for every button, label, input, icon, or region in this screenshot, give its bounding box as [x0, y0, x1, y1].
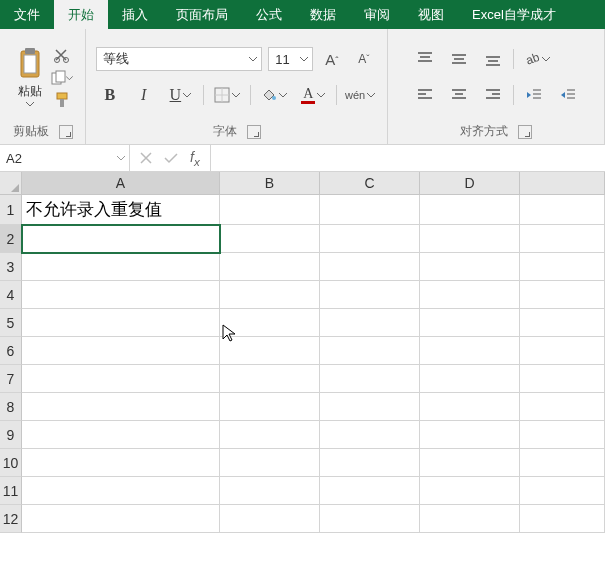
col-header-A[interactable]: A — [22, 172, 220, 195]
row-header-10[interactable]: 10 — [0, 449, 22, 477]
increase-font-button[interactable]: Aˆ — [319, 46, 345, 72]
cell-C3[interactable] — [320, 253, 420, 281]
tab-insert[interactable]: 插入 — [108, 0, 162, 29]
cell-C1[interactable] — [320, 195, 420, 225]
cell-10[interactable] — [520, 449, 605, 477]
cell-A6[interactable] — [22, 337, 220, 365]
align-bottom-button[interactable] — [479, 46, 507, 72]
enter-formula-button[interactable] — [164, 152, 178, 164]
align-left-button[interactable] — [411, 82, 439, 108]
cell-4[interactable] — [520, 281, 605, 309]
cell-D8[interactable] — [420, 393, 520, 421]
cell-C7[interactable] — [320, 365, 420, 393]
cell-D11[interactable] — [420, 477, 520, 505]
cell-C8[interactable] — [320, 393, 420, 421]
cell-A3[interactable] — [22, 253, 220, 281]
cell-D2[interactable] — [420, 225, 520, 253]
col-header-B[interactable]: B — [220, 172, 320, 195]
row-header-4[interactable]: 4 — [0, 281, 22, 309]
cell-C12[interactable] — [320, 505, 420, 533]
italic-button[interactable]: I — [130, 82, 158, 108]
cell-C2[interactable] — [320, 225, 420, 253]
cell-A12[interactable] — [22, 505, 220, 533]
cell-B2[interactable] — [220, 225, 320, 253]
phonetic-button[interactable]: wén — [343, 82, 377, 108]
font-color-button[interactable]: A — [297, 82, 331, 108]
cell-A10[interactable] — [22, 449, 220, 477]
cell-2[interactable] — [520, 225, 605, 253]
cell-A4[interactable] — [22, 281, 220, 309]
cell-C10[interactable] — [320, 449, 420, 477]
cell-A5[interactable] — [22, 309, 220, 337]
cell-D12[interactable] — [420, 505, 520, 533]
align-top-button[interactable] — [411, 46, 439, 72]
cell-3[interactable] — [520, 253, 605, 281]
col-header-C[interactable]: C — [320, 172, 420, 195]
cell-D7[interactable] — [420, 365, 520, 393]
cell-8[interactable] — [520, 393, 605, 421]
cell-A7[interactable] — [22, 365, 220, 393]
row-header-1[interactable]: 1 — [0, 195, 22, 225]
insert-function-button[interactable]: fx — [190, 149, 200, 168]
row-header-5[interactable]: 5 — [0, 309, 22, 337]
row-header-11[interactable]: 11 — [0, 477, 22, 505]
cell-B8[interactable] — [220, 393, 320, 421]
select-all-corner[interactable] — [0, 172, 22, 195]
cell-B3[interactable] — [220, 253, 320, 281]
cell-B7[interactable] — [220, 365, 320, 393]
cell-A11[interactable] — [22, 477, 220, 505]
cell-A1[interactable]: 不允许录入重复值 — [22, 195, 220, 225]
row-header-8[interactable]: 8 — [0, 393, 22, 421]
align-center-button[interactable] — [445, 82, 473, 108]
decrease-indent-button[interactable] — [520, 82, 548, 108]
cell-12[interactable] — [520, 505, 605, 533]
cell-B12[interactable] — [220, 505, 320, 533]
cell-A8[interactable] — [22, 393, 220, 421]
cell-B4[interactable] — [220, 281, 320, 309]
cell-7[interactable] — [520, 365, 605, 393]
cell-A9[interactable] — [22, 421, 220, 449]
formula-bar[interactable] — [210, 145, 605, 171]
clipboard-launcher[interactable] — [59, 125, 73, 139]
cell-C5[interactable] — [320, 309, 420, 337]
cell-D3[interactable] — [420, 253, 520, 281]
tab-home[interactable]: 开始 — [54, 0, 108, 29]
alignment-launcher[interactable] — [518, 125, 532, 139]
paste-button[interactable]: 粘贴 — [13, 45, 47, 108]
tab-file[interactable]: 文件 — [0, 0, 54, 29]
underline-button[interactable]: U — [164, 82, 198, 108]
cell-C9[interactable] — [320, 421, 420, 449]
col-header-E[interactable] — [520, 172, 605, 195]
cancel-formula-button[interactable] — [140, 152, 152, 164]
decrease-font-button[interactable]: Aˇ — [351, 46, 377, 72]
font-size-combo[interactable]: 11 — [268, 47, 312, 71]
name-box[interactable]: A2 — [0, 145, 130, 171]
cell-D4[interactable] — [420, 281, 520, 309]
copy-button[interactable] — [51, 69, 73, 87]
cell-11[interactable] — [520, 477, 605, 505]
cell-B10[interactable] — [220, 449, 320, 477]
font-name-combo[interactable]: 等线 — [96, 47, 262, 71]
tab-custom[interactable]: Excel自学成才 — [458, 0, 570, 29]
cell-9[interactable] — [520, 421, 605, 449]
cell-A2[interactable] — [22, 225, 220, 253]
bold-button[interactable]: B — [96, 82, 124, 108]
cell-D6[interactable] — [420, 337, 520, 365]
increase-indent-button[interactable] — [554, 82, 582, 108]
row-header-3[interactable]: 3 — [0, 253, 22, 281]
cell-D9[interactable] — [420, 421, 520, 449]
row-header-6[interactable]: 6 — [0, 337, 22, 365]
cell-B11[interactable] — [220, 477, 320, 505]
cell-B5[interactable] — [220, 309, 320, 337]
cell-D5[interactable] — [420, 309, 520, 337]
cell-D10[interactable] — [420, 449, 520, 477]
cell-6[interactable] — [520, 337, 605, 365]
cell-B6[interactable] — [220, 337, 320, 365]
cell-5[interactable] — [520, 309, 605, 337]
cell-C6[interactable] — [320, 337, 420, 365]
cell-C11[interactable] — [320, 477, 420, 505]
col-header-D[interactable]: D — [420, 172, 520, 195]
tab-view[interactable]: 视图 — [404, 0, 458, 29]
tab-review[interactable]: 审阅 — [350, 0, 404, 29]
cell-D1[interactable] — [420, 195, 520, 225]
